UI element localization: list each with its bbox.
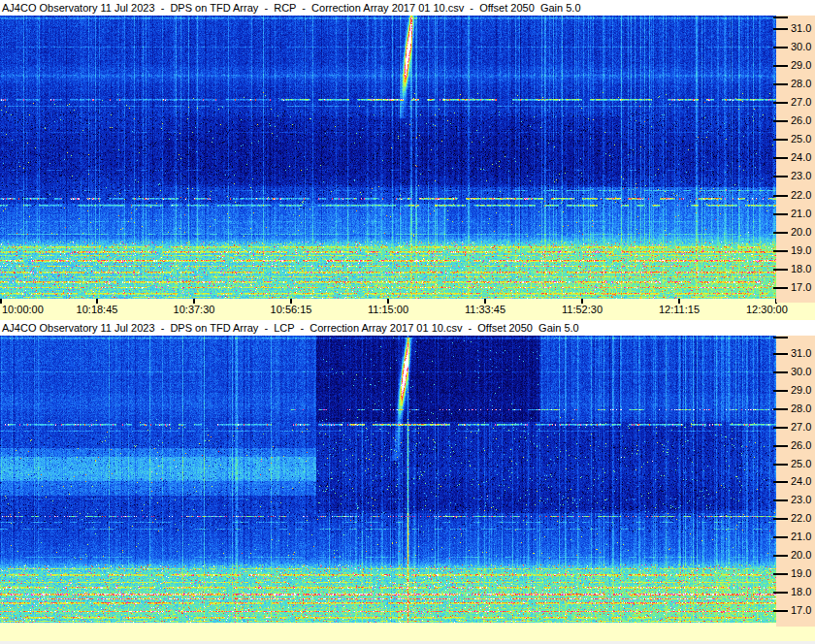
freq-tick-label: 20.0 — [791, 226, 811, 238]
time-tick-label: 11:15:00 — [368, 304, 408, 316]
freq-tick — [773, 499, 788, 501]
freq-tick — [773, 481, 788, 483]
freq-scale-lcp: 31.030.029.028.027.026.025.024.023.022.0… — [776, 336, 815, 627]
spectrogram-rcp[interactable] — [0, 16, 776, 299]
freq-tick — [773, 371, 788, 373]
freq-tick — [773, 464, 788, 466]
radio-sky-spectrograph-window: AJ4CO Observatory 11 Jul 2023 - DPS on T… — [0, 0, 815, 644]
freq-tick-label: 27.0 — [791, 96, 811, 108]
freq-tick — [773, 47, 788, 48]
freq-tick-label: 22.0 — [791, 512, 811, 524]
freq-tick — [773, 250, 788, 252]
freq-tick-label: 18.0 — [791, 263, 811, 274]
time-tick-label: 12:30:00 — [746, 304, 788, 316]
time-tick-label: 11:33:45 — [465, 304, 505, 316]
freq-tick-label: 17.0 — [791, 281, 811, 293]
freq-tick — [773, 610, 788, 612]
freq-tick — [773, 592, 788, 594]
freq-tick — [773, 195, 788, 197]
freq-tick-label: 19.0 — [791, 244, 811, 256]
freq-tick-label: 28.0 — [791, 78, 811, 89]
freq-tick-label: 22.0 — [791, 189, 811, 201]
freq-tick — [773, 120, 788, 122]
freq-scale-rcp: 31.030.029.028.027.026.025.024.023.022.0… — [776, 16, 815, 303]
freq-tick — [773, 139, 788, 141]
freq-tick — [773, 83, 788, 85]
time-tick-label: 10:56:15 — [271, 304, 312, 316]
freq-tick-label: 27.0 — [791, 421, 811, 433]
freq-tick — [773, 102, 788, 104]
freq-tick — [773, 573, 788, 575]
freq-tick — [773, 232, 788, 234]
time-tick-label: 10:18:45 — [77, 304, 118, 316]
spectrogram-lcp[interactable] — [0, 336, 776, 623]
freq-tick-label: 30.0 — [791, 41, 811, 52]
freq-tick-label: 21.0 — [791, 531, 811, 542]
freq-tick-label: 29.0 — [791, 59, 811, 71]
freq-tick-label: 21.0 — [791, 208, 811, 219]
freq-tick — [773, 176, 788, 177]
freq-tick-label: 23.0 — [791, 170, 811, 181]
freq-tick — [773, 518, 788, 520]
freq-tick-label: 26.0 — [791, 439, 811, 451]
freq-tick-label: 20.0 — [791, 549, 811, 561]
freq-tick — [773, 536, 788, 538]
freq-tick — [773, 555, 788, 557]
panel-title-bar-rcp: AJ4CO Observatory 11 Jul 2023 - DPS on T… — [0, 0, 815, 16]
freq-tick-label: 25.0 — [791, 133, 811, 145]
freq-tick-label: 29.0 — [791, 384, 811, 396]
time-tick-label: 10:37:30 — [174, 304, 215, 316]
freq-tick — [773, 213, 788, 215]
freq-tick — [773, 445, 788, 447]
freq-tick-label: 30.0 — [791, 366, 811, 377]
freq-tick-label: 24.0 — [791, 151, 811, 163]
freq-tick — [773, 390, 788, 392]
freq-tick-label: 28.0 — [791, 402, 811, 414]
freq-tick — [773, 353, 788, 355]
freq-tick — [773, 337, 788, 338]
freq-tick-label: 31.0 — [791, 347, 811, 359]
time-tick-label: 10:00:00 — [2, 304, 44, 316]
freq-tick-label: 18.0 — [791, 586, 811, 597]
freq-tick-label: 26.0 — [791, 114, 811, 126]
freq-tick — [773, 287, 788, 289]
panel-title-rcp: AJ4CO Observatory 11 Jul 2023 - DPS on T… — [2, 1, 581, 15]
freq-tick-label: 24.0 — [791, 475, 811, 487]
freq-tick — [773, 157, 788, 159]
freq-tick-label: 25.0 — [791, 458, 811, 469]
freq-tick — [773, 16, 788, 18]
freq-tick-label: 19.0 — [791, 567, 811, 579]
freq-tick — [773, 28, 788, 30]
freq-tick — [773, 269, 788, 271]
freq-tick-label: 17.0 — [791, 604, 811, 616]
panel-title-lcp: AJ4CO Observatory 11 Jul 2023 - DPS on T… — [2, 321, 579, 335]
freq-tick-label: 31.0 — [791, 22, 811, 34]
time-tick-label: 11:52:30 — [562, 304, 603, 316]
time-axis: 10:00:0010:18:4510:37:3010:56:1511:15:00… — [0, 299, 815, 320]
time-tick-label: 12:11:15 — [659, 304, 700, 316]
freq-tick — [773, 65, 788, 67]
freq-tick — [773, 427, 788, 429]
freq-tick — [773, 408, 788, 410]
panel-title-bar-lcp: AJ4CO Observatory 11 Jul 2023 - DPS on T… — [0, 320, 815, 336]
freq-tick-label: 23.0 — [791, 494, 811, 505]
